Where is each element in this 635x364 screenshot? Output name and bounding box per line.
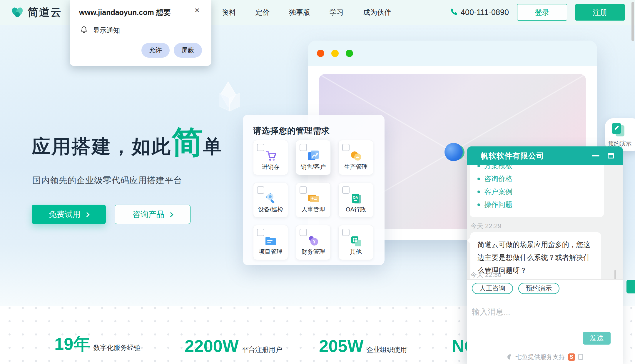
tile-oa-admin[interactable]: OA OA行政 bbox=[338, 183, 373, 218]
svg-text:OA: OA bbox=[353, 196, 358, 200]
bullet-icon bbox=[477, 203, 480, 206]
checkbox[interactable] bbox=[300, 229, 307, 236]
hero-title-highlight: 简 bbox=[172, 128, 203, 156]
chat-quick-actions: 人工咨询 预约演示 bbox=[467, 279, 623, 297]
svg-text:¥: ¥ bbox=[313, 239, 315, 244]
quick-link-pricing[interactable]: 咨询价格 bbox=[477, 172, 596, 185]
page: 应用搭建，如此简单 国内领先的企业级零代码应用搭建平台 免费试用 咨询产品 请选… bbox=[0, 0, 635, 364]
chat-timestamp: 今天 22:30 bbox=[470, 271, 501, 279]
hero-title-suffix: 单 bbox=[203, 134, 223, 159]
oa-badge-icon: OA bbox=[349, 192, 363, 206]
chat-scrollbar[interactable] bbox=[614, 270, 616, 280]
pencil-icon bbox=[612, 123, 624, 136]
hero-title: 应用搭建，如此简单 bbox=[32, 128, 223, 159]
tile-label: 销售/客户 bbox=[296, 163, 330, 171]
reserve-demo-button[interactable]: 预约演示 bbox=[518, 283, 559, 294]
tile-inventory[interactable]: 进销存 bbox=[253, 140, 288, 175]
bullet-icon bbox=[477, 178, 480, 180]
tile-other[interactable]: 其他 bbox=[338, 225, 373, 260]
nav-item-learn[interactable]: 学习 bbox=[330, 8, 344, 17]
chat-message-list[interactable]: 方案模板 咨询价格 客户案例 操作问题 今天 22:29 简道云可做的场景应用蛮… bbox=[467, 165, 623, 279]
quick-link-label: 方案模板 bbox=[484, 165, 512, 171]
tile-label: 财务管理 bbox=[296, 248, 330, 256]
tile-equipment-inspection[interactable]: 设备/巡检 bbox=[253, 183, 288, 218]
login-button[interactable]: 登录 bbox=[517, 4, 567, 21]
checkbox[interactable] bbox=[300, 144, 307, 151]
chevron-right-icon bbox=[168, 212, 173, 217]
chat-message-input[interactable] bbox=[472, 303, 613, 321]
notification-permission-text: 显示通知 bbox=[93, 26, 120, 35]
checkbox[interactable] bbox=[257, 144, 264, 151]
close-icon[interactable]: × bbox=[194, 6, 200, 15]
sales-chart-icon bbox=[306, 149, 320, 163]
chevron-right-icon bbox=[85, 212, 90, 217]
logo[interactable]: 简道云 bbox=[11, 5, 62, 20]
notification-permission-popup: www.jiandaoyun.com 想要 × 显示通知 允许 屏蔽 bbox=[70, 0, 211, 66]
nav-menu: 资料 定价 独享版 学习 成为伙伴 bbox=[222, 0, 391, 25]
logo-icon bbox=[11, 6, 24, 19]
nav-item-partner[interactable]: 成为伙伴 bbox=[363, 8, 391, 17]
chat-company-name: 帆软软件有限公司 bbox=[481, 151, 544, 161]
checkbox[interactable] bbox=[342, 144, 350, 151]
quick-link-cases[interactable]: 客户案例 bbox=[477, 185, 596, 198]
checkbox[interactable] bbox=[342, 229, 350, 236]
chat-timestamp: 今天 22:29 bbox=[470, 222, 501, 231]
tile-production[interactable]: 生产管理 bbox=[338, 140, 373, 175]
mockup-titlebar bbox=[308, 41, 597, 66]
tile-sales-customer[interactable]: 销售/客户 bbox=[296, 140, 331, 175]
tile-label: 进销存 bbox=[253, 163, 288, 171]
maximize-icon[interactable] bbox=[608, 153, 614, 158]
tile-label: 人事管理 bbox=[296, 206, 330, 213]
free-trial-button[interactable]: 免费试用 bbox=[32, 205, 106, 224]
checkbox[interactable] bbox=[300, 186, 307, 194]
quick-links-bubble: 方案模板 咨询价格 客户案例 操作问题 bbox=[470, 165, 604, 217]
stat-item: 205W 企业组织使用 bbox=[319, 336, 407, 356]
cube-decoration bbox=[219, 87, 244, 114]
quick-link-label: 客户案例 bbox=[484, 187, 512, 196]
quick-link-label: 操作问题 bbox=[484, 200, 512, 209]
quick-link-operation[interactable]: 操作问题 bbox=[477, 198, 596, 211]
stat-value: 2200W bbox=[185, 336, 239, 356]
send-button[interactable]: 发送 bbox=[583, 332, 611, 345]
minimize-icon[interactable] bbox=[592, 155, 599, 156]
stat-label: 数字化服务经验 bbox=[93, 343, 141, 352]
tile-label: 设备/巡检 bbox=[253, 206, 288, 213]
consult-product-label: 咨询产品 bbox=[133, 209, 164, 220]
sphere-decoration bbox=[444, 143, 464, 162]
traffic-light-yellow-icon bbox=[331, 50, 339, 57]
tile-label: 其他 bbox=[339, 248, 373, 256]
nav-item-dedicated[interactable]: 独享版 bbox=[289, 8, 310, 17]
management-needs-card: 请选择您的管理需求 进销存 销售/客户 生产管理 bbox=[243, 115, 385, 265]
yen-coin-icon: ¥ bbox=[306, 234, 320, 248]
tile-label: OA行政 bbox=[339, 206, 373, 213]
qiyu-footer-text: 七鱼提供服务支持 bbox=[516, 353, 565, 361]
tile-label: 生产管理 bbox=[339, 163, 373, 171]
register-button[interactable]: 注册 bbox=[575, 4, 625, 21]
nav-item-resources[interactable]: 资料 bbox=[222, 8, 236, 17]
stat-value: 205W bbox=[319, 336, 364, 356]
robot-icon bbox=[578, 354, 583, 360]
chat-header[interactable]: 帆软软件有限公司 bbox=[467, 146, 623, 165]
tile-hr[interactable]: 人事管理 bbox=[296, 183, 331, 218]
cart-icon bbox=[264, 149, 278, 163]
consult-product-button[interactable]: 咨询产品 bbox=[115, 205, 190, 224]
allow-button[interactable]: 允许 bbox=[141, 43, 170, 58]
checkbox[interactable] bbox=[257, 229, 264, 236]
tile-project[interactable]: 项目管理 bbox=[253, 225, 288, 260]
hidden-side-tab[interactable] bbox=[626, 280, 635, 293]
quick-link-templates[interactable]: 方案模板 bbox=[477, 165, 596, 172]
phone-number[interactable]: 400-111-0890 bbox=[461, 8, 509, 17]
hero-title-prefix: 应用搭建，如此 bbox=[32, 134, 172, 159]
hero-subtitle: 国内领先的企业级零代码应用搭建平台 bbox=[32, 175, 182, 186]
block-button[interactable]: 屏蔽 bbox=[174, 43, 202, 58]
nav-item-pricing[interactable]: 定价 bbox=[255, 8, 270, 17]
traffic-light-green-icon bbox=[346, 50, 353, 57]
traffic-light-red-icon bbox=[317, 50, 324, 57]
checkbox[interactable] bbox=[342, 186, 350, 194]
human-consult-button[interactable]: 人工咨询 bbox=[472, 283, 513, 294]
checkbox[interactable] bbox=[257, 186, 264, 194]
tile-finance[interactable]: ¥ 财务管理 bbox=[296, 225, 331, 260]
bullet-icon bbox=[477, 165, 480, 167]
page-scrollbar[interactable] bbox=[631, 2, 634, 41]
chat-widget: 帆软软件有限公司 方案模板 咨询价格 客户案例 操作问题 今天 22:29 简道… bbox=[467, 146, 623, 364]
